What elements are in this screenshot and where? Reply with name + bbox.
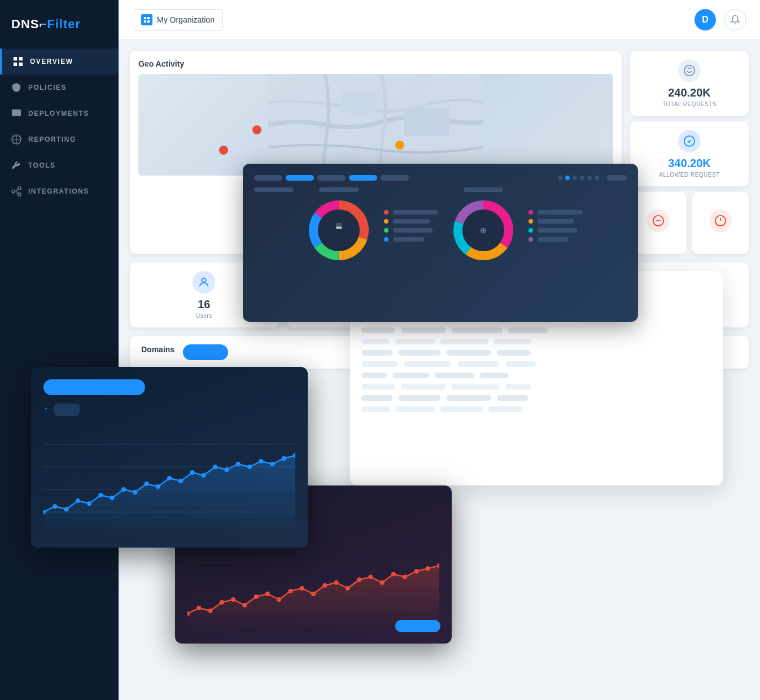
ctrl-btn-1[interactable] [607,175,627,181]
svg-point-49 [87,501,91,506]
bell-button[interactable] [724,9,746,30]
allowed-request-label: ALLOWED REQUEST [659,172,720,178]
sidebar-label-overview: OVERVIEW [30,58,73,65]
donut2-title [464,187,503,192]
svg-point-59 [202,473,206,478]
legend1-bar-1 [393,210,438,215]
stat-card-threat [692,192,749,254]
header: My Organization D [119,0,760,40]
geo-card-title: Geo Activity [138,59,613,68]
list-row-2 [361,339,711,344]
svg-point-81 [300,586,304,590]
legend2-dot-2 [528,219,533,224]
svg-point-64 [259,459,263,463]
svg-point-47 [64,507,68,511]
red-panel-blue-btn[interactable] [395,620,440,632]
panel-tabs [254,175,627,181]
sidebar-item-overview[interactable]: OVERVIEW [0,49,119,75]
legend2-dot-4 [528,237,533,242]
svg-point-63 [247,465,252,469]
org-name: My Organization [157,15,215,24]
svg-point-48 [76,498,80,503]
total-requests-icon-wrap [678,59,701,82]
legend1-item-4 [384,237,438,242]
svg-rect-4 [12,110,21,116]
donut1-chart: 💻 [305,196,373,264]
donut2-container: ⊕ [449,187,517,264]
indicator-2 [565,176,570,180]
donut2-chart: ⊕ [449,196,517,264]
sidebar-label-tools: TOOLS [28,161,56,169]
panel-tab-4[interactable] [349,175,377,181]
indicator-6 [595,176,599,180]
indicator-4 [580,176,584,180]
sidebar-item-deployments[interactable]: DEPLOYMENTS [0,100,119,126]
indicator-5 [587,176,592,180]
svg-point-56 [167,476,172,480]
users-icon-wrap [193,271,215,294]
panel-tab-3[interactable] [317,175,346,181]
legend2 [528,210,583,242]
legend1 [384,210,438,242]
sidebar-item-policies[interactable]: POLICIES [0,75,119,100]
list-row-6 [361,384,711,390]
sidebar-label-deployments: DEPLOYMENTS [28,110,89,117]
legend2-item-3 [528,228,583,233]
integrations-icon [11,186,21,196]
list-row-1-col3 [452,327,503,333]
panel-tab-1[interactable] [254,175,282,181]
blue-chart-header-bar [43,379,145,395]
svg-point-76 [242,603,247,607]
svg-point-57 [178,479,183,483]
total-requests-value: 240.20K [668,86,711,99]
svg-rect-10 [147,17,150,19]
donut-left-section [254,187,294,200]
list-row-1-col2 [401,327,446,333]
users-label: Users [196,313,212,319]
org-selector[interactable]: My Organization [133,9,223,30]
svg-point-74 [220,600,224,605]
legend2-item-2 [528,219,583,224]
svg-point-72 [196,606,201,610]
svg-point-88 [380,580,385,585]
dark-chart-panel: 💻 [243,164,638,322]
svg-text:💻: 💻 [335,222,343,229]
legend1-dot-2 [384,219,388,224]
donut1-label-area [254,187,294,195]
svg-point-53 [133,490,137,495]
legend2-bar-4 [538,237,569,242]
svg-rect-15 [404,108,449,136]
panel-tab-2-active[interactable] [286,175,314,181]
logo-dns: DNS [11,17,39,31]
sidebar-label-integrations: INTEGRATIONS [28,187,89,195]
domains-button[interactable] [183,344,228,360]
logo: DNS⌐Filter [11,17,81,32]
donuts-main: 💻 [305,187,627,264]
list-row-5 [361,373,711,378]
panel-tab-5[interactable] [381,175,409,181]
red-chart-area [187,540,439,631]
user-avatar[interactable]: D [695,9,716,30]
grid-icon [13,56,23,67]
total-requests-label: TOTAL REQUESTS [662,101,717,107]
donut2-svg: ⊕ [449,196,517,264]
svg-point-62 [236,462,241,466]
threat-icon-wrap [709,209,732,232]
svg-point-86 [357,578,361,582]
svg-point-87 [368,575,373,579]
svg-point-21 [202,278,206,282]
svg-point-46 [53,504,57,509]
svg-rect-11 [144,20,146,23]
map-dot-2 [219,146,228,155]
blue-line-chart-svg [43,422,295,535]
sidebar-item-tools[interactable]: TOOLS [0,152,119,178]
sidebar-item-reporting[interactable]: REPORTING [0,126,119,152]
sidebar-item-integrations[interactable]: INTEGRATIONS [0,178,119,204]
tools-icon [11,160,21,170]
stats-column: 240.20K TOTAL REQUESTS 340.20K ALLOWED R… [630,51,749,254]
legend1-bar-4 [393,237,424,242]
svg-rect-1 [19,57,23,60]
svg-point-8 [18,193,21,196]
legend1-item-2 [384,219,438,224]
blue-toggle-btn[interactable] [54,404,80,416]
